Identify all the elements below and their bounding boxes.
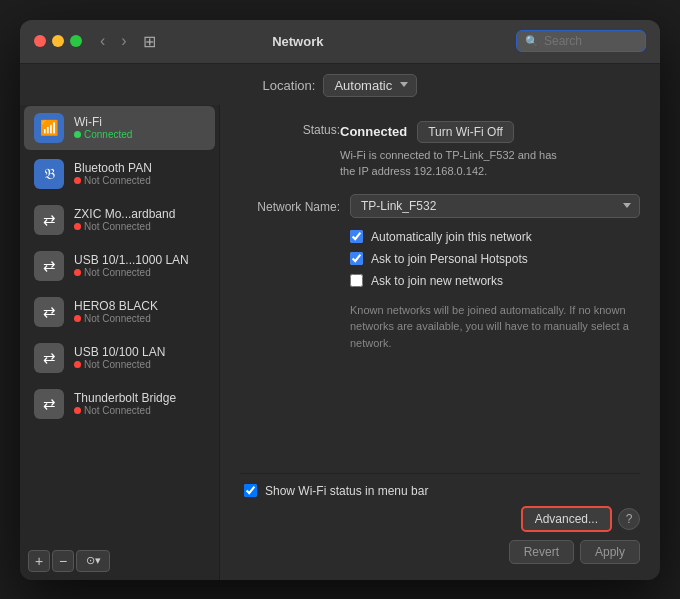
sidebar-usb100-name: USB 10/100 LAN [74,345,165,359]
auto-join-checkbox[interactable] [350,230,363,243]
checkboxes: Automatically join this network Ask to j… [350,230,640,288]
wifi-off-button[interactable]: Turn Wi-Fi Off [417,121,514,143]
sidebar-item-thunderbolt[interactable]: ⇄ Thunderbolt Bridge Not Connected [24,382,215,426]
sidebar-item-bluetooth-pan[interactable]: 𝔅 Bluetooth PAN Not Connected [24,152,215,196]
zxic-status-dot [74,223,81,230]
ask-new-row: Ask to join new networks [350,274,640,288]
sidebar-thunderbolt-text: Thunderbolt Bridge Not Connected [74,391,176,416]
thunderbolt-status-dot [74,407,81,414]
search-box[interactable]: 🔍 [516,30,646,52]
sidebar-bt-name: Bluetooth PAN [74,161,152,175]
sidebar-usb100-status: Not Connected [74,359,165,370]
status-description: Wi-Fi is connected to TP-Link_F532 and h… [340,147,640,180]
network-name-label: Network Name: [240,198,340,214]
sidebar-zxic-name: ZXIC Mo...ardband [74,207,175,221]
hero8-icon: ⇄ [34,297,64,327]
usb100-icon: ⇄ [34,343,64,373]
sidebar-hero8-text: HERO8 BLACK Not Connected [74,299,158,324]
sidebar-thunderbolt-name: Thunderbolt Bridge [74,391,176,405]
auto-join-label[interactable]: Automatically join this network [371,230,532,244]
usb1000-status-dot [74,269,81,276]
wifi-status-dot [74,131,81,138]
action-interface-button[interactable]: ⊙▾ [76,550,110,572]
location-select[interactable]: Automatic [323,74,417,97]
status-top: Connected Turn Wi-Fi Off [340,121,640,143]
remove-interface-button[interactable]: − [52,550,74,572]
sidebar-usb1000-text: USB 10/1...1000 LAN Not Connected [74,253,189,278]
sidebar-bt-text: Bluetooth PAN Not Connected [74,161,152,186]
sidebar-thunderbolt-status: Not Connected [74,405,176,416]
hero8-status-dot [74,315,81,322]
close-button[interactable] [34,35,46,47]
network-preferences-window: ‹ › ⊞ Network 🔍 Location: Automatic 📶 Wi… [20,20,660,580]
sidebar-item-usb100[interactable]: ⇄ USB 10/100 LAN Not Connected [24,336,215,380]
ask-new-label[interactable]: Ask to join new networks [371,274,503,288]
zxic-icon: ⇄ [34,205,64,235]
show-wifi-checkbox[interactable] [244,484,257,497]
thunderbolt-icon: ⇄ [34,389,64,419]
ask-hotspot-label[interactable]: Ask to join Personal Hotspots [371,252,528,266]
sidebar-zxic-status: Not Connected [74,221,175,232]
sidebar-wifi-text: Wi-Fi Connected [74,115,132,140]
sidebar-usb1000-name: USB 10/1...1000 LAN [74,253,189,267]
known-networks-info: Known networks will be joined automatica… [350,302,640,352]
help-button[interactable]: ? [618,508,640,530]
sidebar-hero8-status: Not Connected [74,313,158,324]
ask-hotspot-checkbox[interactable] [350,252,363,265]
sidebar-item-usb1000[interactable]: ⇄ USB 10/1...1000 LAN Not Connected [24,244,215,288]
usb1000-icon: ⇄ [34,251,64,281]
sidebar-item-hero8[interactable]: ⇄ HERO8 BLACK Not Connected [24,290,215,334]
status-value: Connected [340,124,407,139]
ask-new-checkbox[interactable] [350,274,363,287]
location-label: Location: [263,78,316,93]
search-input[interactable] [544,34,637,48]
bluetooth-icon: 𝔅 [34,159,64,189]
show-wifi-label[interactable]: Show Wi-Fi status in menu bar [265,484,428,498]
status-row: Status: Connected Turn Wi-Fi Off Wi-Fi i… [240,121,640,180]
wifi-icon: 📶 [34,113,64,143]
main-content: 📶 Wi-Fi Connected 𝔅 Bluetooth PAN Not Co… [20,105,660,580]
sidebar-item-zxic[interactable]: ⇄ ZXIC Mo...ardband Not Connected [24,198,215,242]
window-title: Network [88,34,508,49]
auto-join-row: Automatically join this network [350,230,640,244]
ask-hotspot-row: Ask to join Personal Hotspots [350,252,640,266]
traffic-lights [34,35,82,47]
network-name-row: Network Name: TP-Link_F532 [240,194,640,218]
status-field-label: Status: [240,121,340,137]
status-content: Connected Turn Wi-Fi Off Wi-Fi is connec… [340,121,640,180]
show-wifi-row: Show Wi-Fi status in menu bar [244,484,640,498]
sidebar-hero8-name: HERO8 BLACK [74,299,158,313]
bt-status-dot [74,177,81,184]
right-panel: Status: Connected Turn Wi-Fi Off Wi-Fi i… [220,105,660,580]
titlebar: ‹ › ⊞ Network 🔍 [20,20,660,64]
advanced-button[interactable]: Advanced... [521,506,612,532]
sidebar-usb1000-status: Not Connected [74,267,189,278]
bottom-bar: Show Wi-Fi status in menu bar Advanced..… [240,473,640,564]
sidebar-bt-status: Not Connected [74,175,152,186]
revert-button[interactable]: Revert [509,540,574,564]
sidebar-item-wifi[interactable]: 📶 Wi-Fi Connected [24,106,215,150]
apply-button[interactable]: Apply [580,540,640,564]
sidebar-controls: + − ⊙▾ [20,542,219,580]
maximize-button[interactable] [70,35,82,47]
location-bar: Location: Automatic [20,64,660,105]
sidebar-zxic-text: ZXIC Mo...ardband Not Connected [74,207,175,232]
search-icon: 🔍 [525,35,539,48]
action-row: Revert Apply [240,540,640,564]
usb100-status-dot [74,361,81,368]
bottom-buttons: Advanced... ? [240,506,640,532]
network-name-select[interactable]: TP-Link_F532 [350,194,640,218]
sidebar-usb100-text: USB 10/100 LAN Not Connected [74,345,165,370]
sidebar-wifi-status: Connected [74,129,132,140]
sidebar-wifi-name: Wi-Fi [74,115,132,129]
add-interface-button[interactable]: + [28,550,50,572]
sidebar: 📶 Wi-Fi Connected 𝔅 Bluetooth PAN Not Co… [20,105,220,580]
minimize-button[interactable] [52,35,64,47]
